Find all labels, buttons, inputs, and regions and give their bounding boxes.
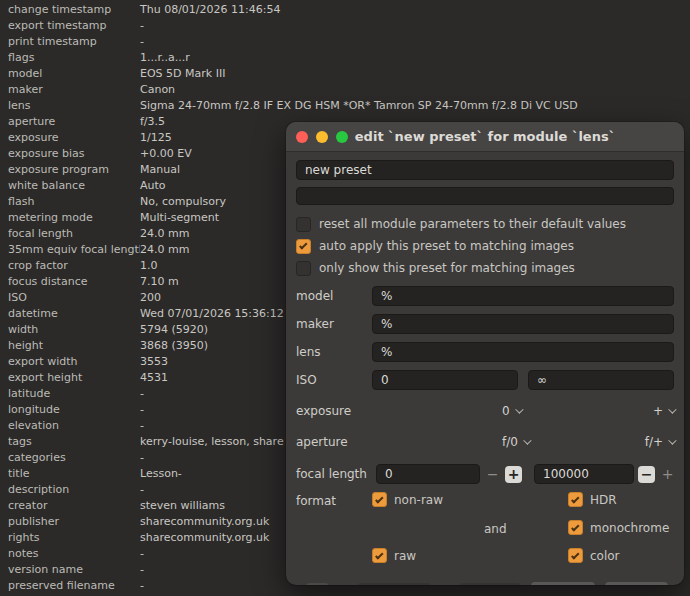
auto-apply-checkbox[interactable]: [296, 239, 311, 254]
preset-description-input[interactable]: [296, 187, 674, 205]
metadata-label: crop factor: [8, 258, 140, 274]
metadata-label: longitude: [8, 402, 140, 418]
metadata-label: title: [8, 466, 140, 482]
option-auto-apply: auto apply this preset to matching image…: [296, 235, 674, 257]
metadata-row: export timestamp-: [8, 18, 688, 34]
metadata-label: white balance: [8, 178, 140, 194]
metadata-value: Lesson-: [140, 466, 182, 482]
color-label: color: [590, 549, 620, 563]
metadata-label: export height: [8, 370, 140, 386]
metadata-value: -: [140, 418, 144, 434]
focal-length-row: focal length − + − +: [296, 462, 674, 486]
metadata-label: exposure: [8, 130, 140, 146]
model-field-row: model: [296, 285, 674, 307]
metadata-label: exposure bias: [8, 146, 140, 162]
metadata-label: focal length: [8, 226, 140, 242]
aperture-min-dropdown[interactable]: f/0: [502, 435, 529, 449]
metadata-value: -: [140, 402, 144, 418]
delete-button[interactable]: delete: [459, 583, 521, 585]
metadata-label: print timestamp: [8, 34, 140, 50]
color-checkbox[interactable]: [568, 548, 583, 563]
format-label: format: [296, 494, 336, 508]
raw-checkbox[interactable]: [372, 548, 387, 563]
hdr-checkbox[interactable]: [568, 492, 583, 507]
focal-min-increment-button[interactable]: +: [505, 466, 522, 483]
metadata-label: tags: [8, 434, 140, 450]
metadata-value: EOS 5D Mark III: [140, 66, 225, 82]
aperture-max-dropdown[interactable]: f/+: [645, 435, 674, 449]
only-show-checkbox[interactable]: [296, 261, 311, 276]
reset-parameters-checkbox[interactable]: [296, 217, 311, 232]
edit-preset-dialog: edit `new preset` for module `lens` rese…: [286, 122, 684, 585]
export-button[interactable]: export...: [357, 583, 431, 585]
non-raw-checkbox[interactable]: [372, 492, 387, 507]
focal-max-decrement-button[interactable]: −: [638, 466, 655, 483]
iso-label: ISO: [296, 373, 372, 387]
metadata-value: -: [140, 482, 144, 498]
metadata-value: Auto: [140, 178, 166, 194]
lens-input[interactable]: [372, 342, 674, 362]
metadata-value: -: [140, 450, 144, 466]
metadata-value: f/3.5: [140, 114, 165, 130]
option-reset-parameters: reset all module parameters to their def…: [296, 213, 674, 235]
model-input[interactable]: [372, 286, 674, 306]
maker-input[interactable]: [372, 314, 674, 334]
metadata-row: modelEOS 5D Mark III: [8, 66, 688, 82]
metadata-value: No, compulsory: [140, 194, 226, 210]
metadata-value: sharecommunity.org.uk: [140, 514, 269, 530]
only-show-label: only show this preset for matching image…: [319, 261, 575, 275]
aperture-range-row: aperture f/0 f/+: [296, 431, 674, 453]
metadata-label: creator: [8, 498, 140, 514]
metadata-value: 1...r..a...r: [140, 50, 190, 66]
metadata-label: ISO: [8, 290, 140, 306]
metadata-value: 1/125: [140, 130, 172, 146]
metadata-label: version name: [8, 562, 140, 578]
metadata-value: steven williams: [140, 498, 225, 514]
help-button[interactable]: ?: [306, 583, 329, 585]
focal-min-decrement-button[interactable]: −: [484, 466, 501, 483]
metadata-label: notes: [8, 546, 140, 562]
model-label: model: [296, 289, 372, 303]
metadata-label: metering mode: [8, 210, 140, 226]
metadata-value: -: [140, 386, 144, 402]
iso-min-input[interactable]: [372, 370, 518, 390]
preset-name-input[interactable]: [296, 160, 674, 180]
metadata-value: 7.10 m: [140, 274, 179, 290]
exposure-max-dropdown[interactable]: +: [653, 404, 674, 418]
close-window-button[interactable]: [296, 131, 308, 143]
metadata-label: 35mm equiv focal length: [8, 242, 140, 258]
monochrome-checkbox[interactable]: [568, 520, 583, 535]
minimize-window-button[interactable]: [316, 131, 328, 143]
iso-field-row: ISO: [296, 369, 674, 391]
non-raw-label: non-raw: [394, 493, 443, 507]
metadata-value: -: [140, 562, 144, 578]
metadata-label: categories: [8, 450, 140, 466]
metadata-label: elevation: [8, 418, 140, 434]
lens-field-row: lens: [296, 341, 674, 363]
iso-max-input[interactable]: [528, 370, 674, 390]
metadata-label: model: [8, 66, 140, 82]
metadata-label: preserved filename: [8, 578, 140, 594]
metadata-label: datetime: [8, 306, 140, 322]
metadata-value: +0.00 EV: [140, 146, 192, 162]
zoom-window-button[interactable]: [336, 131, 348, 143]
cancel-button[interactable]: cancel: [531, 582, 594, 585]
focal-min-input[interactable]: [376, 464, 480, 484]
chevron-down-icon: [668, 405, 676, 413]
metadata-label: export timestamp: [8, 18, 140, 34]
format-row-2: and monochrome: [296, 518, 674, 542]
monochrome-label: monochrome: [590, 521, 669, 535]
metadata-value: 1.0: [140, 258, 158, 274]
metadata-label: width: [8, 322, 140, 338]
dialog-body: reset all module parameters to their def…: [286, 152, 684, 570]
focal-max-input[interactable]: [534, 464, 634, 484]
focal-max-increment-button[interactable]: +: [659, 466, 676, 483]
metadata-value: Manual: [140, 162, 180, 178]
aperture-label: aperture: [296, 435, 372, 449]
exposure-min-dropdown[interactable]: 0: [502, 404, 521, 418]
chevron-down-icon: [668, 436, 676, 444]
window-controls: [296, 131, 348, 143]
exposure-range-row: exposure 0 +: [296, 400, 674, 422]
ok-button[interactable]: ok: [605, 582, 668, 585]
raw-label: raw: [394, 549, 416, 563]
